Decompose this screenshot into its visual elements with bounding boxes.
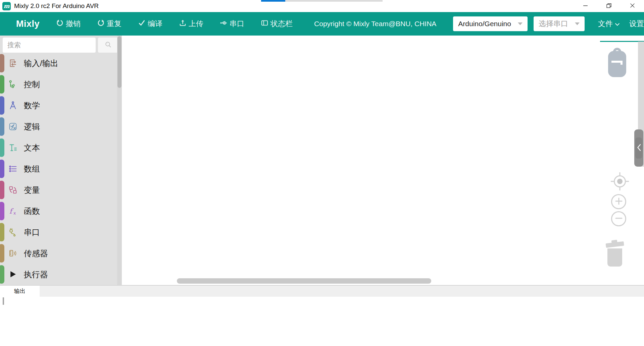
plus-icon [615,197,623,207]
tab-output[interactable]: 输出 [0,286,40,297]
category-color-bar [0,160,4,178]
port-select[interactable]: 选择串口 [534,16,585,31]
sidebar-scrollbar[interactable] [117,36,122,285]
actuator-icon [8,270,17,279]
open-code-panel-button[interactable] [634,129,643,167]
serial-icon [8,228,17,237]
category-label: 函数 [24,206,40,217]
toolbar-upload-button[interactable]: 上传 [179,19,203,29]
toolbar-button-label: 串口 [230,19,244,29]
port-select-value: 选择串口 [539,19,568,29]
output-tab-row: 输出 [0,286,644,297]
chevron-down-icon [518,22,523,25]
usb-icon [220,19,227,28]
code-panel-top-edge [600,41,644,42]
category-label: 文本 [24,142,40,153]
titlebar: m Mixly 2.0 rc2 For Arduino AVR [0,0,644,12]
file-menu[interactable]: 文件 [598,19,620,29]
crosshair-icon [611,186,629,191]
category-color-bar [0,202,4,220]
category-color-bar [0,138,4,157]
board-select[interactable]: Arduino/Genuino [453,16,528,31]
category-color-bar [0,117,4,136]
search-button[interactable] [98,38,118,53]
chevron-down-icon [575,22,580,25]
sidebar-category-actuator[interactable]: 执行器 [0,264,122,285]
sidebar-scrollbar-thumb[interactable] [117,36,121,88]
close-button[interactable] [621,0,644,12]
board-select-value: Arduino/Genuino [458,20,511,28]
sidebar-category-serial[interactable]: 串口 [0,222,122,243]
restore-icon [606,3,611,9]
file-menu-label: 文件 [598,19,613,29]
category-label: 控制 [24,79,40,90]
zoom-in-button[interactable] [611,194,626,209]
blockly-workspace[interactable] [122,36,644,285]
undo-icon [56,19,63,28]
sidebar-category-array[interactable]: 数组 [0,158,122,179]
minimize-button[interactable] [574,0,597,12]
horizontal-scrollbar-thumb[interactable] [177,278,431,284]
search-icon [104,41,112,50]
output-console[interactable] [0,297,644,346]
category-color-bar [0,75,4,94]
settings-menu-label: 设置 [629,19,644,29]
function-icon: fx [8,207,17,216]
array-icon [8,164,17,173]
category-label: 变量 [24,185,40,195]
minus-icon [615,214,623,224]
category-label: 输入/输出 [24,58,58,69]
settings-menu[interactable]: 设置 [629,19,644,29]
category-color-bar [0,244,4,263]
toolbar-button-label: 状态栏 [270,19,293,29]
mixly-logo-icon: m [2,2,11,10]
minimize-icon [583,3,588,9]
logic-icon [8,122,17,131]
toolbar-button-label: 上传 [189,19,203,29]
toolbar-serial-monitor-button[interactable]: 串口 [220,19,244,29]
category-label: 数组 [24,164,40,174]
toolbar-button-label: 重复 [107,19,121,29]
category-color-bar [0,181,4,199]
category-color-bar [0,96,4,115]
recenter-button[interactable] [611,172,629,192]
category-color-bar [0,265,4,284]
text-caret [3,297,4,305]
chevron-down-icon [615,19,620,28]
loading-progress-bar [261,0,383,2]
sidebar-category-function[interactable]: fx函数 [0,200,122,222]
category-label: 执行器 [24,269,48,280]
restore-button[interactable] [597,0,621,12]
category-label: 逻辑 [24,121,40,132]
sidebar-category-math[interactable]: 数学 [0,95,122,116]
backpack-icon[interactable] [607,47,628,78]
toolbar-compile-button[interactable]: 编译 [138,19,162,29]
sidebar-category-control[interactable]: 控制 [0,74,122,95]
toolbar-redo-button[interactable]: 重复 [97,19,121,29]
sidebar-category-io[interactable]: 输入/输出 [0,53,122,74]
toolbar-undo-button[interactable]: 撤销 [56,19,81,29]
category-label: 串口 [24,227,40,238]
toolbar-statusbar-button[interactable]: 状态栏 [261,19,293,29]
sidebar-category-variable[interactable]: 变量 [0,179,122,200]
redo-icon [97,19,104,28]
zoom-out-button[interactable] [611,211,626,226]
control-icon [8,80,17,89]
trash-icon[interactable] [604,238,626,269]
check-icon [138,19,145,28]
search-input[interactable] [3,38,96,53]
brand-label: Mixly [16,19,40,29]
close-icon [630,3,635,9]
category-color-bar [0,54,4,72]
text-icon [8,143,17,152]
window-controls [574,0,644,12]
chevron-left-icon [637,143,641,153]
sidebar-category-sensor[interactable]: 传感器 [0,243,122,264]
main-toolbar: Mixly 撤销重复编译上传串口状态栏 Copyright © Mixly Te… [0,12,644,36]
sidebar-category-logic[interactable]: 逻辑 [0,116,122,137]
math-icon [8,101,17,110]
sidebar-category-text[interactable]: 文本 [0,137,122,158]
loading-progress-fill [261,0,285,2]
block-category-sidebar: 输入/输出控制数学逻辑文本数组变量fx函数串口传感器执行器 [0,36,122,285]
upload-icon [179,19,186,28]
